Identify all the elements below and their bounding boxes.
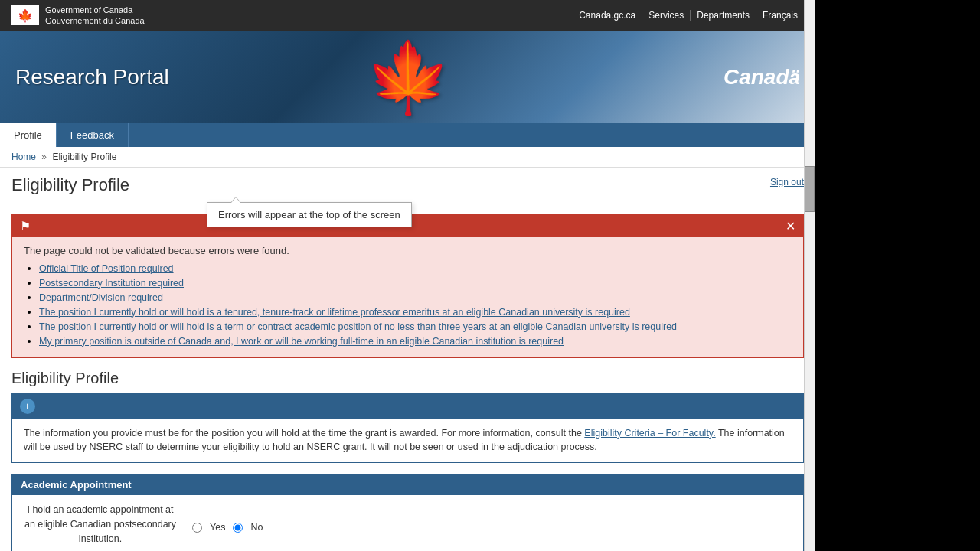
site-title: Research Portal xyxy=(15,65,169,90)
nav-tabs: Profile Feedback xyxy=(0,123,815,147)
tab-feedback[interactable]: Feedback xyxy=(57,123,129,147)
academic-section-header: Academic Appointment xyxy=(11,474,804,495)
top-nav-links: Canada.gc.ca Services Departments França… xyxy=(573,10,804,21)
error-link-2[interactable]: Postsecondary Institution required xyxy=(39,278,184,289)
tooltip-text: Errors will appear at the top of the scr… xyxy=(218,209,400,220)
breadcrumb-current: Eligibility Profile xyxy=(52,152,116,162)
government-logo: 🍁 Government of Canada Gouvernement du C… xyxy=(11,5,145,27)
error-item-2: Postsecondary Institution required xyxy=(39,277,792,289)
error-link-5[interactable]: The position I currently hold or will ho… xyxy=(39,321,677,332)
info-box-body: The information you provide must be for … xyxy=(12,419,803,463)
breadcrumb-home[interactable]: Home xyxy=(11,152,36,162)
page-header-area: Eligibility Profile Sign out Errors will… xyxy=(0,168,815,203)
error-close-button[interactable]: ✕ xyxy=(786,219,795,233)
eligibility-section-title: Eligibility Profile xyxy=(0,358,815,393)
error-item-4: The position I currently hold or will ho… xyxy=(39,306,792,318)
error-container: ⚑ ✕ The page could not be validated beca… xyxy=(11,214,804,358)
canada-wordmark: Canadä xyxy=(724,65,800,90)
scrollbar-thumb[interactable] xyxy=(805,166,815,212)
error-flag-icon: ⚑ xyxy=(20,219,31,233)
radio-no[interactable] xyxy=(233,523,243,533)
academic-section-body: I hold an academic appointment at an eli… xyxy=(11,495,804,551)
error-item-6: My primary position is outside of Canada… xyxy=(39,335,792,347)
page-title: Eligibility Profile xyxy=(11,175,804,195)
info-box: i The information you provide must be fo… xyxy=(11,393,804,464)
error-item-3: Department/Division required xyxy=(39,292,792,303)
sign-out-link[interactable]: Sign out xyxy=(770,177,804,187)
tooltip-bubble: Errors will appear at the top of the scr… xyxy=(207,202,412,227)
error-item-5: The position I currently hold or will ho… xyxy=(39,321,792,332)
info-icon: i xyxy=(20,399,35,414)
error-link-4[interactable]: The position I currently hold or will ho… xyxy=(39,307,630,318)
tab-profile[interactable]: Profile xyxy=(0,123,57,147)
error-link-3[interactable]: Department/Division required xyxy=(39,292,163,303)
content-wrapper: 🍁 Government of Canada Gouvernement du C… xyxy=(0,0,815,551)
top-nav-bar: 🍁 Government of Canada Gouvernement du C… xyxy=(0,0,815,31)
header-banner: Research Portal 🍁 Canadä xyxy=(0,31,815,123)
radio-yes-label: Yes xyxy=(210,522,225,533)
radio-no-label: No xyxy=(250,522,263,533)
gov-name-text: Government of Canada Gouvernement du Can… xyxy=(45,5,145,27)
eligibility-criteria-link[interactable]: Eligibility Criteria – For Faculty. xyxy=(584,428,715,439)
breadcrumb: Home » Eligibility Profile xyxy=(0,147,815,168)
departments-link[interactable]: Departments xyxy=(691,10,756,21)
academic-appointment-text: I hold an academic appointment at an eli… xyxy=(24,503,177,546)
info-text-before: The information you provide must be for … xyxy=(24,428,582,439)
academic-appointment-radio-group: Yes No xyxy=(192,503,263,533)
radio-yes[interactable] xyxy=(192,523,202,533)
maple-leaf-icon: 🍁 xyxy=(365,37,451,118)
error-list: Official Title of Position required Post… xyxy=(39,262,792,347)
error-link-1[interactable]: Official Title of Position required xyxy=(39,263,174,274)
canada-flag-icon: 🍁 xyxy=(11,5,39,25)
full-page: 🍁 Government of Canada Gouvernement du C… xyxy=(0,0,815,551)
scrollbar-track[interactable] xyxy=(804,0,815,551)
services-link[interactable]: Services xyxy=(642,10,691,21)
breadcrumb-separator: » xyxy=(41,152,47,162)
error-heading: The page could not be validated because … xyxy=(24,245,792,256)
error-body: The page could not be validated because … xyxy=(12,237,803,357)
gov-name-en: Government of Canada xyxy=(45,5,145,15)
outer-wrapper: 🍁 Government of Canada Gouvernement du C… xyxy=(0,0,980,551)
academic-section: Academic Appointment I hold an academic … xyxy=(11,474,804,551)
francais-link[interactable]: Français xyxy=(756,10,804,21)
error-link-6[interactable]: My primary position is outside of Canada… xyxy=(39,336,564,347)
info-box-header: i xyxy=(12,394,803,419)
error-item-1: Official Title of Position required xyxy=(39,262,792,274)
canada-gc-link[interactable]: Canada.gc.ca xyxy=(573,10,642,21)
gov-name-fr: Gouvernement du Canada xyxy=(45,15,145,26)
